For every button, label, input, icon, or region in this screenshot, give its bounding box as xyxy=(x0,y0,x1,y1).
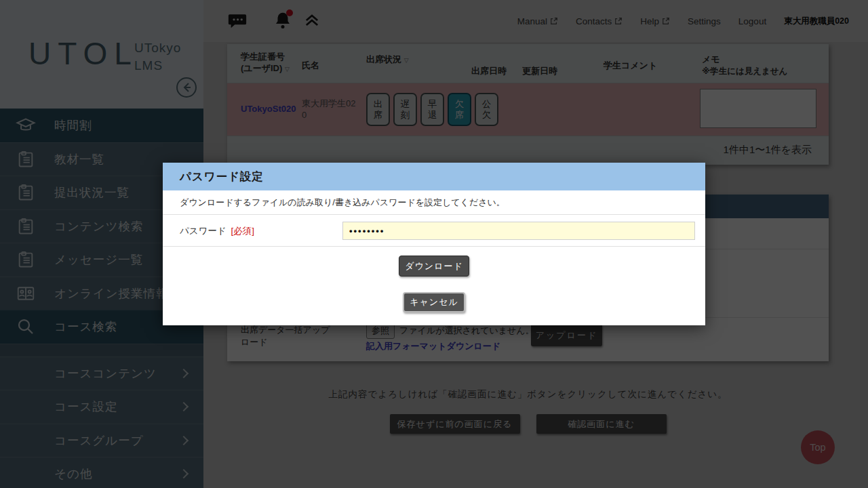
download-button[interactable]: ダウンロード xyxy=(399,256,469,277)
password-form-row: パスワード [必須] xyxy=(163,215,705,247)
modal-buttons: ダウンロード キャンセル xyxy=(163,256,705,333)
modal-header: パスワード設定 xyxy=(163,163,705,190)
modal-description-row: ダウンロードするファイルの読み取り/書き込みパスワードを設定してください。 xyxy=(163,190,705,215)
modal-title: パスワード設定 xyxy=(180,169,264,184)
password-modal: パスワード設定 ダウンロードするファイルの読み取り/書き込みパスワードを設定して… xyxy=(163,163,705,325)
cancel-button[interactable]: キャンセル xyxy=(403,292,465,312)
password-input[interactable] xyxy=(342,222,695,240)
modal-description: ダウンロードするファイルの読み取り/書き込みパスワードを設定してください。 xyxy=(180,197,505,209)
password-field-label: パスワード [必須] xyxy=(180,225,254,237)
required-badge: [必須] xyxy=(231,226,255,236)
utol-app: UTOL UTokyo LMS 時間割 教材一覧 xyxy=(0,0,868,488)
